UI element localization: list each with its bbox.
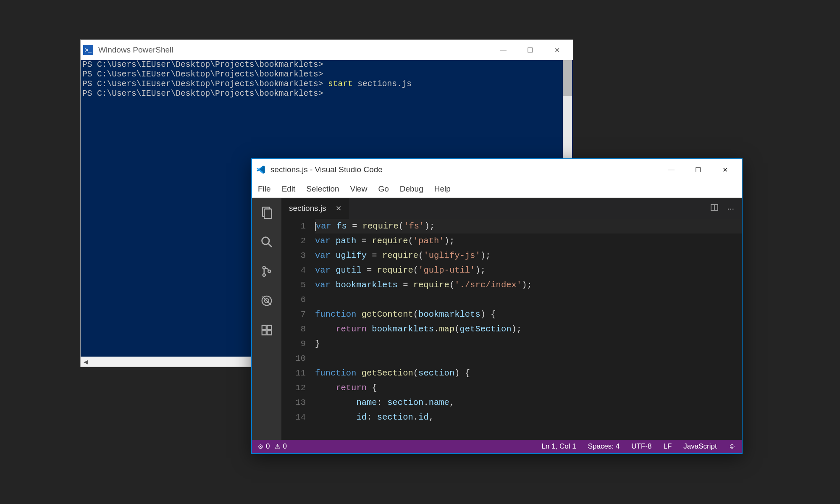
status-bar: ⊗ 0 ⚠ 0 Ln 1, Col 1 Spaces: 4 UTF-8 LF J… xyxy=(252,440,742,453)
eol[interactable]: LF xyxy=(663,442,672,451)
encoding[interactable]: UTF-8 xyxy=(631,442,651,451)
more-actions-icon[interactable]: ··· xyxy=(727,204,734,213)
code-line: function getSection(section) { xyxy=(315,368,470,378)
close-button[interactable]: ✕ xyxy=(543,40,570,60)
split-editor-icon[interactable] xyxy=(710,203,719,214)
powershell-titlebar[interactable]: >_ Windows PowerShell — ☐ ✕ xyxy=(81,40,573,60)
svg-rect-12 xyxy=(262,331,266,335)
menu-view[interactable]: View xyxy=(350,184,368,194)
language-mode[interactable]: JavaScript xyxy=(683,442,717,451)
terminal-line: PS C:\Users\IEUser\Desktop\Projects\book… xyxy=(82,60,571,70)
line-number: 12 xyxy=(281,381,306,395)
line-number: 1 xyxy=(281,219,306,234)
code-line: return { xyxy=(315,383,377,393)
explorer-icon[interactable] xyxy=(260,205,274,220)
code-line: function getContent(bookmarklets) { xyxy=(315,310,496,319)
menu-go[interactable]: Go xyxy=(378,184,388,194)
warning-icon[interactable]: ⚠ xyxy=(275,443,280,450)
menu-edit[interactable]: Edit xyxy=(282,184,296,194)
code-line: return bookmarklets.map(getSection); xyxy=(315,324,522,334)
maximize-button[interactable]: ☐ xyxy=(685,160,711,180)
terminal-line: PS C:\Users\IEUser\Desktop\Projects\book… xyxy=(82,89,571,99)
terminal-line: PS C:\Users\IEUser\Desktop\Projects\book… xyxy=(82,70,571,79)
activity-bar xyxy=(252,198,281,440)
scrollbar-thumb[interactable] xyxy=(563,60,572,96)
line-number: 8 xyxy=(281,322,306,336)
line-number: 10 xyxy=(281,351,306,366)
tab-label: sections.js xyxy=(289,204,326,213)
line-number: 5 xyxy=(281,278,306,292)
code-line: } xyxy=(315,339,320,349)
code-line: var fs = require('fs'); xyxy=(315,219,742,234)
svg-point-4 xyxy=(263,266,265,269)
svg-rect-10 xyxy=(262,326,266,330)
line-number: 7 xyxy=(281,307,306,322)
line-number: 2 xyxy=(281,234,306,248)
line-number: 4 xyxy=(281,263,306,278)
code-content[interactable]: var fs = require('fs'); var path = requi… xyxy=(315,219,742,440)
powershell-icon: >_ xyxy=(83,45,93,55)
terminal-line: PS C:\Users\IEUser\Desktop\Projects\book… xyxy=(82,79,571,89)
search-icon[interactable] xyxy=(260,235,274,249)
svg-point-6 xyxy=(268,270,270,273)
code-line: var bookmarklets = require('./src/index'… xyxy=(315,280,532,290)
vscode-title-text: sections.js - Visual Studio Code xyxy=(270,165,658,174)
svg-rect-11 xyxy=(267,326,271,330)
vscode-menubar: FileEditSelectionViewGoDebugHelp xyxy=(252,180,742,198)
error-count[interactable]: 0 xyxy=(266,442,270,451)
code-line: var path = require('path'); xyxy=(315,236,454,246)
powershell-title-text: Windows PowerShell xyxy=(98,45,490,55)
editor-tabs: sections.js ✕ ··· xyxy=(281,198,742,219)
svg-rect-1 xyxy=(264,209,271,219)
menu-file[interactable]: File xyxy=(258,184,271,194)
error-icon[interactable]: ⊗ xyxy=(258,443,263,450)
debug-icon[interactable] xyxy=(260,294,274,308)
line-gutter: 1234567891011121314 xyxy=(281,219,315,440)
line-number: 9 xyxy=(281,336,306,351)
extensions-icon[interactable] xyxy=(260,323,274,337)
indentation[interactable]: Spaces: 4 xyxy=(588,442,620,451)
vscode-logo-icon xyxy=(255,164,266,175)
line-number: 3 xyxy=(281,248,306,263)
close-button[interactable]: ✕ xyxy=(711,160,738,180)
svg-point-5 xyxy=(263,274,265,276)
menu-help[interactable]: Help xyxy=(434,184,451,194)
vscode-window[interactable]: sections.js - Visual Studio Code — ☐ ✕ F… xyxy=(251,158,743,454)
code-editor[interactable]: 1234567891011121314 var fs = require('fs… xyxy=(281,219,742,440)
cursor-position[interactable]: Ln 1, Col 1 xyxy=(541,442,576,451)
powershell-output: PS C:\Users\IEUser\Desktop\Projects\book… xyxy=(81,60,573,99)
scroll-left-icon[interactable]: ◀ xyxy=(81,357,91,367)
minimize-button[interactable]: — xyxy=(658,160,685,180)
code-line: var gutil = require('gulp-util'); xyxy=(315,265,486,275)
line-number: 13 xyxy=(281,395,306,410)
svg-point-2 xyxy=(262,237,269,244)
svg-line-3 xyxy=(268,244,272,247)
svg-line-9 xyxy=(262,297,271,305)
line-number: 6 xyxy=(281,292,306,307)
code-line: name: section.name, xyxy=(315,398,454,407)
line-number: 14 xyxy=(281,410,306,425)
code-line: var uglify = require('uglify-js'); xyxy=(315,251,491,260)
svg-rect-13 xyxy=(267,331,271,335)
tab-sections-js[interactable]: sections.js ✕ xyxy=(281,198,349,219)
maximize-button[interactable]: ☐ xyxy=(517,40,543,60)
menu-selection[interactable]: Selection xyxy=(306,184,339,194)
tab-close-icon[interactable]: ✕ xyxy=(336,204,341,213)
warning-count[interactable]: 0 xyxy=(283,442,286,451)
vscode-titlebar[interactable]: sections.js - Visual Studio Code — ☐ ✕ xyxy=(252,159,742,180)
minimize-button[interactable]: — xyxy=(490,40,517,60)
code-line: id: section.id, xyxy=(315,412,434,422)
git-icon[interactable] xyxy=(260,264,274,278)
feedback-icon[interactable]: ☺ xyxy=(729,442,736,451)
line-number: 11 xyxy=(281,366,306,381)
menu-debug[interactable]: Debug xyxy=(400,184,423,194)
